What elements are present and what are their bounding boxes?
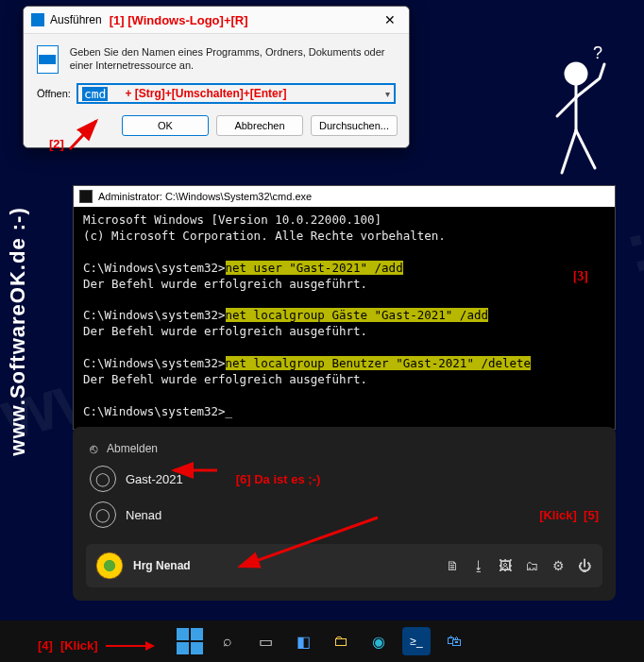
cmd-body[interactable]: Microsoft Windows [Version 10.0.22000.10… xyxy=(74,207,615,429)
open-input[interactable]: cmd + [Strg]+[Umschalten]+[Enter] ▾ xyxy=(76,83,396,104)
annotation-2: [2] xyxy=(49,137,64,151)
browse-button[interactable]: Durchsuchen... xyxy=(311,115,398,136)
current-user-bar: Hrg Nenad 🗎 ⭳ 🖼 🗂 ⚙ ⏻ xyxy=(86,544,602,587)
user-name: Gast-2021 xyxy=(126,472,183,486)
search-icon[interactable]: ⌕ xyxy=(213,627,242,655)
explorer-icon[interactable]: 🗀 xyxy=(327,627,355,655)
annotation-1: [1] [Windows-Logo]+[R] xyxy=(110,13,248,27)
cmd-window: Administrator: C:\Windows\System32\cmd.e… xyxy=(73,185,616,430)
run-icon xyxy=(31,13,44,26)
start-menu-account-pane: ⎋ Abmelden ◯ Gast-2021 [6] Da ist es ;-)… xyxy=(73,427,616,601)
user-row-nenad[interactable]: ◯ Nenad [Klick] [5] xyxy=(86,497,602,533)
taskview-icon[interactable]: ▭ xyxy=(251,627,280,655)
pictures-icon[interactable]: 🖼 xyxy=(497,557,514,574)
run-title-text: Ausführen xyxy=(50,13,102,26)
annotation-shortcut: + [Strg]+[Umschalten]+[Enter] xyxy=(125,87,286,100)
cancel-button[interactable]: Abbrechen xyxy=(216,115,303,136)
terminal-icon[interactable]: ≥_ xyxy=(402,627,431,655)
annotation-4: [4] [Klick] xyxy=(38,638,153,653)
cmd-icon xyxy=(79,190,93,203)
open-label: Öffnen: xyxy=(37,88,71,99)
store-icon[interactable]: 🛍 xyxy=(440,627,468,655)
watermark-side-text: www.SoftwareOK.de :-) xyxy=(6,207,30,455)
run-description: Geben Sie den Namen eines Programms, Ord… xyxy=(70,45,396,73)
start-button[interactable] xyxy=(176,627,204,655)
ok-button[interactable]: OK xyxy=(122,115,209,136)
user-name: Nenad xyxy=(126,508,161,522)
user-icon: ◯ xyxy=(90,501,116,528)
avatar[interactable] xyxy=(95,552,124,580)
svg-text:?: ? xyxy=(593,45,602,62)
settings-icon[interactable]: ⚙ xyxy=(550,557,567,574)
annotation-5: [Klick] [5] xyxy=(539,508,599,522)
thinking-man-illustration: ? xyxy=(510,45,623,187)
open-input-value: cmd xyxy=(82,87,108,101)
power-icon[interactable]: ⏻ xyxy=(576,557,593,574)
run-program-icon xyxy=(37,45,59,74)
documents-icon[interactable]: 🗎 xyxy=(444,557,461,574)
downloads-icon[interactable]: ⭳ xyxy=(470,557,487,574)
close-icon[interactable]: ✕ xyxy=(379,12,401,27)
annotation-6: [6] Da ist es ;-) xyxy=(236,472,321,486)
cmd-title: Administrator: C:\Windows\System32\cmd.e… xyxy=(98,191,312,202)
annotation-3: [3] xyxy=(573,269,588,284)
chevron-down-icon[interactable]: ▾ xyxy=(385,89,390,99)
signout-label[interactable]: Abmelden xyxy=(107,442,158,455)
signout-icon[interactable]: ⎋ xyxy=(90,441,97,456)
current-user-name: Hrg Nenad xyxy=(133,559,434,572)
user-icon: ◯ xyxy=(90,466,116,492)
run-dialog: Ausführen [1] [Windows-Logo]+[R] ✕ Geben… xyxy=(23,6,410,148)
files-icon[interactable]: 🗂 xyxy=(523,557,540,574)
widgets-icon[interactable]: ◧ xyxy=(289,627,317,655)
user-row-gast[interactable]: ◯ Gast-2021 [6] Da ist es ;-) xyxy=(86,461,602,497)
svg-point-0 xyxy=(566,63,586,84)
edge-icon[interactable]: ◉ xyxy=(364,627,393,655)
